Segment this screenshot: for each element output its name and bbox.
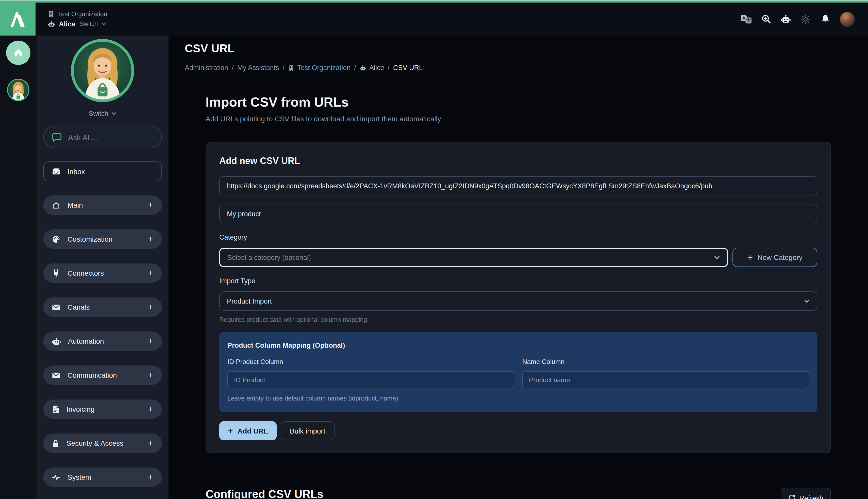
- add-icon[interactable]: +: [148, 473, 153, 482]
- sidebar-item-inbox[interactable]: Inbox: [43, 161, 162, 181]
- add-icon[interactable]: +: [148, 200, 153, 210]
- add-icon[interactable]: +: [148, 370, 153, 380]
- import-type-label: Import Type: [219, 277, 817, 285]
- add-icon[interactable]: +: [148, 439, 153, 448]
- breadcrumb: Administration / My Assistants /: [185, 64, 852, 72]
- assistant-avatar[interactable]: [70, 38, 136, 104]
- add-icon[interactable]: +: [148, 303, 153, 312]
- sidebar-item-label: Connectors: [68, 269, 104, 277]
- app-body: Switch Ask AI ... Inbox: [0, 36, 868, 499]
- breadcrumb-current: CSV URL: [393, 64, 423, 72]
- main-area: CSV URL Administration / My Assistants /: [169, 36, 868, 499]
- sidebar-item-invoicing[interactable]: Invoicing +: [43, 400, 162, 419]
- add-url-button[interactable]: + Add URL: [219, 421, 277, 440]
- sidebar-item-connectors[interactable]: Connectors +: [43, 264, 162, 283]
- user-avatar[interactable]: [840, 11, 855, 27]
- sidebar-item-canals[interactable]: Canals +: [43, 297, 162, 317]
- breadcrumb-organization[interactable]: Test Organization: [288, 64, 351, 72]
- breadcrumb-separator: /: [388, 64, 390, 72]
- mapping-name-field: Name Column: [522, 358, 809, 388]
- chevron-down-icon: [714, 256, 720, 259]
- zoom-in-icon[interactable]: [760, 13, 772, 25]
- robot-icon: [359, 65, 366, 71]
- add-icon[interactable]: +: [148, 269, 153, 278]
- palette-icon: [52, 235, 60, 243]
- breadcrumb-my-assistants[interactable]: My Assistants: [237, 64, 279, 72]
- topbar-assistant[interactable]: Alice Switch: [48, 20, 107, 28]
- viewport: Test Organization Alice Switch: [0, 0, 868, 499]
- home-button[interactable]: [6, 40, 30, 65]
- id-column-input[interactable]: [228, 371, 514, 388]
- sidebar-nav: Main + Customization +: [43, 195, 162, 487]
- name-column-input[interactable]: [522, 371, 809, 388]
- content-subtitle: Add URLs pointing to CSV files to downlo…: [206, 115, 831, 123]
- import-type-help: Requires product data with optional colu…: [219, 316, 817, 324]
- form-actions: + Add URL Bulk import: [219, 421, 817, 440]
- new-category-button[interactable]: + New Category: [732, 248, 817, 267]
- csv-url-input[interactable]: [219, 176, 817, 195]
- sidebar-item-label: Canals: [68, 303, 89, 311]
- breadcrumb-administration[interactable]: Administration: [185, 64, 228, 72]
- content-scroll: Import CSV from URLs Add URLs pointing t…: [169, 87, 868, 499]
- svg-text:A: A: [742, 15, 746, 20]
- name-column-label: Name Column: [522, 358, 809, 365]
- column-mapping-panel: Product Column Mapping (Optional) ID Pro…: [219, 332, 817, 412]
- home-icon: [13, 47, 24, 58]
- envelope-icon: [52, 303, 60, 311]
- sidebar-item-automation[interactable]: Automation +: [43, 331, 162, 351]
- chevron-down-icon: [101, 22, 106, 25]
- mapping-id-field: ID Product Column: [228, 358, 514, 388]
- id-column-label: ID Product Column: [228, 358, 514, 365]
- chevron-down-icon: [112, 112, 116, 115]
- bulk-import-button[interactable]: Bulk import: [281, 421, 334, 440]
- robot-icon: [52, 337, 61, 345]
- topbar: Test Organization Alice Switch: [0, 2, 868, 36]
- sidebar-item-label: Communication: [68, 371, 117, 379]
- chevron-down-icon: [804, 299, 810, 303]
- app-logo[interactable]: [0, 2, 36, 36]
- building-icon: [288, 65, 294, 71]
- sidebar-item-label: Automation: [68, 337, 104, 345]
- breadcrumb-assistant[interactable]: Alice: [359, 64, 384, 72]
- sidebar-item-main[interactable]: Main +: [43, 195, 162, 215]
- envelope-icon: [52, 371, 60, 379]
- sidebar-item-label: Invoicing: [66, 405, 95, 413]
- invoice-icon: [52, 405, 59, 413]
- sidebar-item-communication[interactable]: Communication +: [43, 365, 162, 385]
- card-title: Add new CSV URL: [219, 156, 817, 167]
- product-name-input[interactable]: [219, 205, 817, 223]
- assistant-switch[interactable]: Switch: [89, 109, 117, 118]
- add-icon[interactable]: +: [148, 234, 153, 244]
- configured-title: Configured CSV URLs: [206, 488, 323, 499]
- theme-sun-icon[interactable]: [800, 13, 811, 25]
- assistant-switch-label[interactable]: Switch: [80, 20, 98, 27]
- add-csv-url-card: Add new CSV URL Category Select a catego…: [206, 142, 831, 453]
- import-type-select[interactable]: Product Import: [219, 291, 817, 311]
- sidebar-item-label: Inbox: [68, 167, 85, 175]
- chat-bubble-icon: [52, 132, 62, 142]
- page-header: CSV URL Administration / My Assistants /: [169, 36, 868, 87]
- sidebar-item-system[interactable]: System +: [43, 467, 162, 487]
- notifications-bell-icon[interactable]: [820, 13, 831, 25]
- sidebar-item-label: System: [68, 473, 91, 481]
- refresh-button[interactable]: Refresh: [780, 488, 831, 499]
- logo-mark-icon: [8, 10, 27, 28]
- add-icon[interactable]: +: [148, 405, 153, 414]
- assistant-mini-avatar[interactable]: [7, 78, 30, 101]
- plus-icon: +: [228, 426, 233, 436]
- sidebar-item-customization[interactable]: Customization +: [43, 229, 162, 249]
- translate-icon[interactable]: A: [741, 13, 752, 25]
- lock-icon: [52, 439, 59, 448]
- assistant-robot-icon[interactable]: [780, 13, 791, 25]
- plus-icon: +: [747, 253, 753, 262]
- sidebar-item-security[interactable]: Security & Access +: [43, 434, 162, 453]
- page-title: CSV URL: [185, 42, 852, 55]
- breadcrumb-separator: /: [354, 64, 356, 72]
- ask-ai-input[interactable]: Ask AI ...: [43, 126, 162, 148]
- category-select[interactable]: Select a category (optional): [219, 248, 728, 267]
- category-placeholder: Select a category (optional): [228, 254, 311, 261]
- add-icon[interactable]: +: [148, 337, 153, 346]
- breadcrumb-separator: /: [232, 64, 234, 72]
- mapping-help: Leave empty to use default column names …: [228, 395, 809, 402]
- topbar-context: Test Organization Alice Switch: [36, 2, 107, 36]
